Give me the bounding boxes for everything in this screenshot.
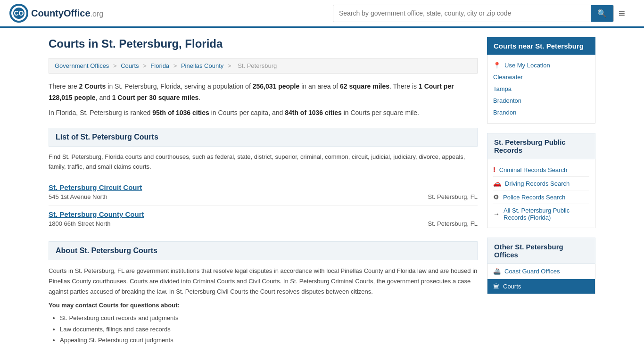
bradenton-label: Bradenton bbox=[493, 97, 521, 104]
rank-per-sq: 84th of 1036 cities bbox=[285, 109, 342, 116]
driving-records-item: 🚗 Driving Records Search bbox=[493, 177, 589, 190]
courts-list-desc: Find St. Petersburg, Florida courts and … bbox=[49, 152, 478, 172]
courts-list-section: List of St. Petersburg Courts Find St. P… bbox=[49, 128, 478, 232]
police-records-item: ⚙ Police Records Search bbox=[493, 190, 589, 204]
courts-item: 🏛 Courts bbox=[487, 279, 595, 294]
svg-text:CO: CO bbox=[14, 9, 24, 17]
bullet-item: Law documents, filings and case records bbox=[60, 324, 478, 335]
breadcrumb: Government Offices > Courts > Florida > … bbox=[49, 58, 478, 74]
court-details-county: 1800 66th Street North St. Petersburg, F… bbox=[49, 220, 478, 227]
main-container: Courts in St. Petersburg, Florida Govern… bbox=[39, 28, 605, 355]
sidebar-nearby-body: 📍 Use My Location Clearwater Tampa Brade… bbox=[487, 55, 595, 123]
nearby-city-brandon[interactable]: Brandon bbox=[493, 107, 589, 118]
search-button[interactable]: 🔍 bbox=[591, 5, 613, 22]
logo-icon: CO bbox=[9, 4, 28, 23]
court-citystate-county: St. Petersburg, FL bbox=[428, 220, 478, 227]
nearby-city-tampa[interactable]: Tampa bbox=[493, 83, 589, 95]
court-citystate-circuit: St. Petersburg, FL bbox=[428, 193, 478, 200]
sidebar-other-offices-section: Other St. Petersburg Offices 🚢 Coast Gua… bbox=[487, 238, 595, 294]
breadcrumb-government-offices[interactable]: Government Offices bbox=[55, 62, 109, 69]
sidebar: Courts near St. Petersburg 📍 Use My Loca… bbox=[487, 37, 595, 346]
tampa-label: Tampa bbox=[493, 85, 512, 92]
search-area: 🔍 ≡ bbox=[333, 5, 625, 22]
contact-heading: You may contact Courts for questions abo… bbox=[49, 302, 478, 309]
location-icon: 📍 bbox=[493, 62, 501, 69]
logo-text: CountyOffice.org bbox=[31, 8, 103, 19]
brandon-label: Brandon bbox=[493, 109, 516, 116]
use-location-label: Use My Location bbox=[504, 62, 550, 69]
sidebar-nearby-section: Courts near St. Petersburg 📍 Use My Loca… bbox=[487, 37, 595, 123]
coast-guard-link[interactable]: Coast Guard Offices bbox=[504, 268, 560, 275]
criminal-records-item: ! Criminal Records Search bbox=[493, 163, 589, 177]
bullet-item: Appealing St. Petersburg court judgments bbox=[60, 335, 478, 346]
page-title: Courts in St. Petersburg, Florida bbox=[49, 37, 478, 50]
nearby-city-clearwater[interactable]: Clearwater bbox=[493, 71, 589, 83]
breadcrumb-current: St. Petersburg bbox=[238, 62, 277, 69]
other-offices-header: Other St. Petersburg Offices bbox=[487, 238, 595, 264]
court-name-county[interactable]: St. Petersburg County Court bbox=[49, 210, 478, 218]
sidebar-records-body: ! Criminal Records Search 🚗 Driving Reco… bbox=[487, 159, 595, 228]
coast-guard-icon: 🚢 bbox=[493, 268, 501, 275]
about-body: Courts in St. Petersburg, FL are governm… bbox=[49, 266, 478, 302]
bullet-list: St. Petersburg court records and judgmen… bbox=[49, 313, 478, 346]
other-offices-body: 🚢 Coast Guard Offices 🏛 Courts bbox=[487, 264, 595, 294]
court-count: 2 Courts bbox=[79, 82, 106, 90]
content: Courts in St. Petersburg, Florida Govern… bbox=[49, 37, 478, 346]
rank-per-capita: 95th of 1036 cities bbox=[152, 109, 209, 116]
clearwater-label: Clearwater bbox=[493, 74, 523, 81]
breadcrumb-courts[interactable]: Courts bbox=[121, 62, 139, 69]
population: 256,031 people bbox=[253, 82, 300, 90]
about-section: About St. Petersburg Courts Courts in St… bbox=[49, 241, 478, 346]
search-box: 🔍 bbox=[333, 5, 614, 22]
area: 62 square miles bbox=[340, 82, 389, 90]
driving-records-link[interactable]: Driving Records Search bbox=[505, 180, 570, 187]
use-my-location-link[interactable]: 📍 Use My Location bbox=[493, 59, 589, 71]
info-section: There are 2 Courts in St. Petersburg, Fl… bbox=[49, 81, 478, 118]
coast-guard-item: 🚢 Coast Guard Offices bbox=[487, 264, 595, 279]
breadcrumb-pinellas[interactable]: Pinellas County bbox=[181, 62, 223, 69]
criminal-icon: ! bbox=[493, 166, 495, 173]
courts-icon: 🏛 bbox=[493, 283, 499, 290]
court-item: St. Petersburg County Court 1800 66th St… bbox=[49, 206, 478, 232]
nearby-city-bradenton[interactable]: Bradenton bbox=[493, 95, 589, 107]
per-people: 1 Court per 128,015 people bbox=[49, 82, 454, 101]
sidebar-records-header: St. Petersburg Public Records bbox=[487, 133, 595, 159]
header: CO CountyOffice.org 🔍 ≡ bbox=[0, 0, 644, 28]
criminal-records-link[interactable]: Criminal Records Search bbox=[499, 166, 568, 173]
court-address-circuit: 545 1st Avenue North bbox=[49, 193, 107, 200]
all-records-icon: → bbox=[493, 210, 500, 218]
courts-list-header: List of St. Petersburg Courts bbox=[49, 128, 478, 147]
search-input[interactable] bbox=[333, 5, 591, 22]
per-sq-mile: 1 Court per 30 square miles bbox=[112, 94, 199, 101]
menu-icon[interactable]: ≡ bbox=[619, 7, 625, 20]
sidebar-nearby-header: Courts near St. Petersburg bbox=[487, 37, 595, 55]
police-icon: ⚙ bbox=[493, 193, 499, 201]
driving-icon: 🚗 bbox=[493, 180, 501, 187]
court-address-county: 1800 66th Street North bbox=[49, 220, 111, 227]
court-details-circuit: 545 1st Avenue North St. Petersburg, FL bbox=[49, 193, 478, 200]
courts-link[interactable]: Courts bbox=[503, 283, 521, 290]
breadcrumb-florida[interactable]: Florida bbox=[150, 62, 169, 69]
logo-area: CO CountyOffice.org bbox=[9, 4, 103, 23]
court-name-circuit[interactable]: St. Petersburg Circuit Court bbox=[49, 183, 478, 191]
all-records-item: → All St. Petersburg Public Records (Flo… bbox=[493, 204, 589, 224]
all-records-link[interactable]: All St. Petersburg Public Records (Flori… bbox=[504, 207, 589, 221]
sidebar-records-section: St. Petersburg Public Records ! Criminal… bbox=[487, 133, 595, 228]
court-item: St. Petersburg Circuit Court 545 1st Ave… bbox=[49, 179, 478, 206]
about-header: About St. Petersburg Courts bbox=[49, 241, 478, 260]
police-records-link[interactable]: Police Records Search bbox=[503, 194, 565, 201]
bullet-item: St. Petersburg court records and judgmen… bbox=[60, 313, 478, 323]
